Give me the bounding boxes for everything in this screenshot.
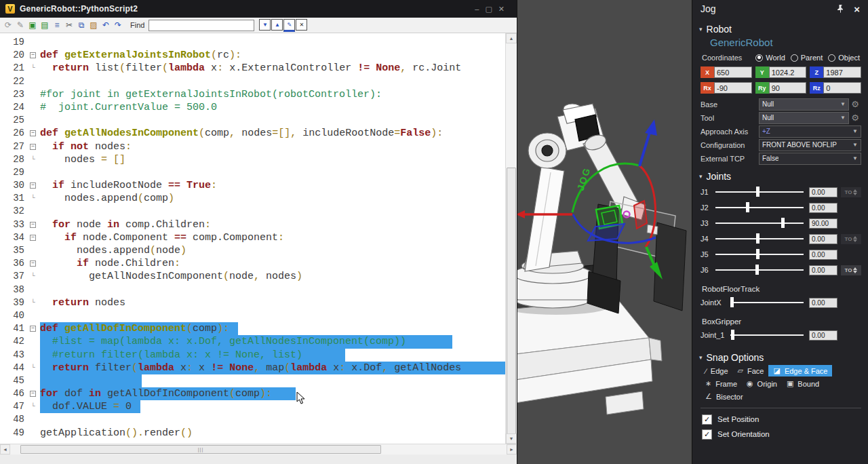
joint-value-jointx[interactable]: 0.00: [809, 298, 837, 308]
code-line[interactable]: 37└ getAllNodesInComponent(node, nodes): [0, 270, 506, 283]
title-bar[interactable]: V GenericRobot::PythonScript2 – ▢ ✕: [0, 0, 517, 18]
code-line[interactable]: 41−def getAllDofInComponent(comp):: [0, 322, 506, 335]
snap-origin[interactable]: ◉Origin: [742, 378, 782, 389]
joint-slider-j2[interactable]: [715, 202, 804, 213]
slider-thumb[interactable]: [731, 330, 734, 340]
joint-value-j4[interactable]: 0.00: [809, 234, 837, 244]
coord-input-y[interactable]: 1024.2: [769, 66, 807, 78]
find-next-button[interactable]: ▼: [259, 19, 271, 31]
checkbox-set-orientation[interactable]: ✓Set Orientation: [702, 429, 868, 440]
coord-input-z[interactable]: 1987: [823, 66, 861, 78]
coord-input-rz[interactable]: 0: [823, 82, 861, 94]
code-line[interactable]: 22: [0, 75, 506, 88]
code-line[interactable]: 38: [0, 284, 506, 296]
code-line[interactable]: 21└ return list(filter(lambda x: x.Exter…: [0, 62, 506, 75]
slider-thumb[interactable]: [756, 187, 760, 197]
undo-icon[interactable]: ↶: [100, 20, 112, 30]
slider-thumb[interactable]: [730, 297, 734, 307]
slider-thumb[interactable]: [755, 265, 759, 275]
outline-icon[interactable]: ≡: [51, 20, 63, 30]
code-line[interactable]: 28└ nodes = []: [0, 153, 506, 166]
scroll-right-arrow[interactable]: ►: [507, 444, 517, 455]
slider-thumb[interactable]: [756, 233, 760, 244]
code-line[interactable]: 44└ return filter(lambda x: x != None, m…: [0, 362, 506, 374]
robot-scene[interactable]: JOG: [515, 0, 692, 464]
code-line[interactable]: 46−for dof in getAllDofInComponent(comp)…: [0, 387, 506, 400]
fold-toggle[interactable]: −: [26, 179, 40, 192]
gear-icon[interactable]: ⚙: [849, 113, 861, 123]
code-line[interactable]: 42 #list = map(lambda x: x.Dof, getAllNo…: [0, 335, 506, 348]
joint-slider-j6[interactable]: [715, 265, 804, 275]
coord-input-x[interactable]: 650: [714, 66, 752, 78]
run-script-icon[interactable]: ⟳: [2, 20, 14, 30]
paste-icon[interactable]: ▨: [87, 20, 100, 30]
code-line[interactable]: 35 nodes.append(node): [0, 244, 506, 257]
dropdown-external-tcp[interactable]: False▼: [759, 153, 861, 165]
gear-icon[interactable]: ⚙: [849, 99, 861, 109]
radio-object[interactable]: Object: [828, 54, 860, 62]
minimize-button[interactable]: –: [475, 4, 479, 14]
checkbox-set-position[interactable]: ✓Set Position: [702, 414, 868, 425]
plane-handle-red[interactable]: [634, 201, 647, 229]
snap-edge[interactable]: ∕Edge: [701, 365, 733, 376]
code-line[interactable]: 40: [0, 309, 506, 322]
code-area[interactable]: 1920−def getExternalJointsInRobot(rc):21…: [0, 33, 517, 444]
code-line[interactable]: 29: [0, 166, 506, 179]
fold-toggle[interactable]: −: [26, 257, 40, 270]
slider-thumb[interactable]: [756, 249, 760, 259]
fold-toggle[interactable]: −: [26, 140, 40, 153]
horizontal-scroll-thumb[interactable]: |||: [20, 445, 381, 454]
snap-bound[interactable]: ▣Bound: [782, 378, 824, 389]
code-line[interactable]: 24# joint.CurrentValue = 500.0: [0, 101, 506, 114]
snap-face[interactable]: ▱Face: [733, 365, 769, 376]
radio-parent[interactable]: Parent: [791, 54, 823, 62]
import-icon[interactable]: ▣: [26, 20, 39, 30]
slider-thumb[interactable]: [746, 202, 749, 212]
export-icon[interactable]: ▤: [39, 20, 51, 30]
coord-input-ry[interactable]: 90: [769, 82, 807, 94]
joint-slider-j1[interactable]: [715, 187, 804, 197]
code-line[interactable]: 31└ nodes.append(comp): [0, 192, 506, 205]
joint-value-j6[interactable]: 0.00: [809, 265, 837, 275]
fold-toggle[interactable]: −: [26, 218, 40, 231]
code-line[interactable]: 19: [0, 36, 506, 49]
joint-slider-j5[interactable]: [715, 249, 804, 260]
close-button[interactable]: ✕: [498, 4, 505, 14]
code-line[interactable]: 20−def getExternalJointsInRobot(rc):: [0, 49, 506, 62]
joint-value-joint-1[interactable]: 0.00: [809, 330, 837, 341]
code-line[interactable]: 43 #return filter(lambda x: x != None, l…: [0, 349, 506, 362]
panel-close-icon[interactable]: ×: [854, 3, 860, 15]
dropdown-tool[interactable]: Null▼: [759, 112, 849, 124]
vertical-scrollbar[interactable]: ▲ ▼: [505, 33, 517, 444]
fold-toggle[interactable]: −: [26, 387, 40, 400]
joint-slider-j4[interactable]: [715, 233, 804, 244]
code-line[interactable]: 49getApplication().render(): [0, 427, 506, 440]
radio-world[interactable]: World: [755, 54, 785, 62]
selected-robot-name[interactable]: GenericRobot: [710, 37, 868, 48]
slider-thumb[interactable]: [781, 218, 785, 228]
scroll-up-arrow[interactable]: ▲: [506, 33, 517, 43]
dropdown-approach-axis[interactable]: +Z▼: [759, 125, 861, 138]
pin-icon[interactable]: [837, 5, 844, 13]
coord-input-rx[interactable]: -90: [714, 82, 752, 94]
to-stepper[interactable]: TO: [841, 187, 861, 197]
find-input[interactable]: [149, 20, 254, 31]
to-stepper[interactable]: TO: [841, 265, 861, 275]
scroll-down-arrow[interactable]: ▼: [506, 433, 517, 444]
joint-value-j3[interactable]: 90.00: [809, 218, 837, 229]
find-prev-button[interactable]: ▲: [271, 19, 283, 31]
joint-value-j1[interactable]: 0.00: [809, 187, 837, 197]
snap-bisector[interactable]: ∠Bisector: [701, 391, 748, 402]
fold-toggle[interactable]: −: [26, 322, 40, 335]
z-axis-arrow[interactable]: [639, 119, 657, 166]
fold-toggle[interactable]: −: [26, 127, 40, 140]
snap-edge-face[interactable]: ◪Edge & Face: [768, 365, 832, 376]
find-close-button[interactable]: ✕: [296, 19, 307, 31]
horizontal-scrollbar[interactable]: ◄ ||| ►: [0, 444, 517, 455]
maximize-button[interactable]: ▢: [485, 4, 492, 14]
code-line[interactable]: 36− if node.Children:: [0, 257, 506, 270]
cut-icon[interactable]: ✂: [63, 20, 75, 30]
fold-toggle[interactable]: −: [26, 231, 40, 244]
joint-slider-jointx[interactable]: [730, 297, 804, 308]
code-line[interactable]: 30− if includeRootNode == True:: [0, 179, 506, 192]
